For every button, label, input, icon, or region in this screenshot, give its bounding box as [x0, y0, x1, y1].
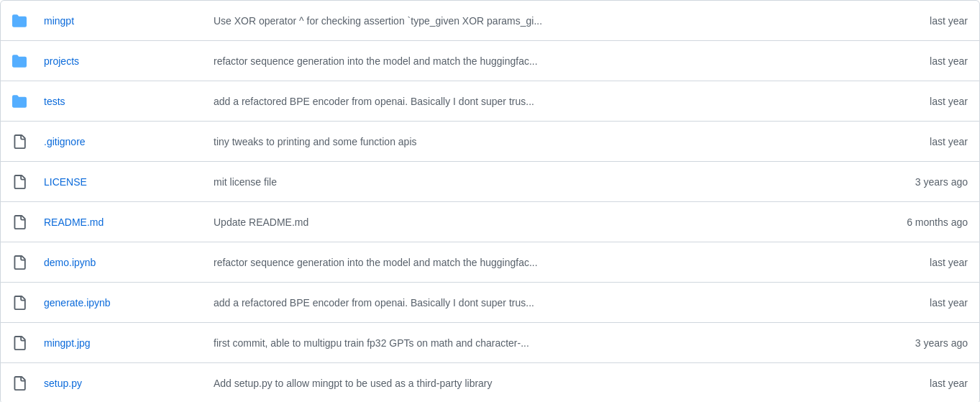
file-name[interactable]: setup.py — [44, 378, 202, 389]
file-name[interactable]: README.md — [44, 216, 202, 228]
commit-message: tiny tweaks to printing and some functio… — [202, 136, 860, 147]
table-row: mingptUse XOR operator ^ for checking as… — [1, 1, 979, 41]
commit-message: mit license file — [202, 176, 860, 188]
file-icon — [12, 255, 44, 270]
file-icon — [12, 175, 44, 189]
table-row: mingpt.jpgfirst commit, able to multigpu… — [1, 323, 979, 363]
table-row: projectsrefactor sequence generation int… — [1, 41, 979, 81]
commit-message: add a refactored BPE encoder from openai… — [202, 96, 860, 107]
commit-date: last year — [860, 378, 968, 389]
commit-date: last year — [860, 136, 968, 147]
table-row: .gitignoretiny tweaks to printing and so… — [1, 122, 979, 162]
commit-message[interactable]: Update README.md — [202, 216, 860, 228]
table-row: demo.ipynbrefactor sequence generation i… — [1, 242, 979, 283]
file-name[interactable]: projects — [44, 55, 202, 67]
file-name[interactable]: tests — [44, 96, 202, 107]
file-name[interactable]: demo.ipynb — [44, 257, 202, 268]
file-icon — [12, 215, 44, 229]
table-row: README.mdUpdate README.md6 months ago — [1, 202, 979, 242]
file-icon — [12, 376, 44, 390]
file-name[interactable]: LICENSE — [44, 176, 202, 188]
file-name[interactable]: mingpt.jpg — [44, 337, 202, 349]
commit-date: last year — [860, 297, 968, 309]
file-icon — [12, 296, 44, 310]
commit-message: first commit, able to multigpu train fp3… — [202, 337, 860, 349]
file-icon — [12, 134, 44, 149]
commit-message: refactor sequence generation into the mo… — [202, 257, 860, 268]
folder-icon — [12, 54, 44, 68]
table-row: generate.ipynbadd a refactored BPE encod… — [1, 283, 979, 323]
commit-date: last year — [860, 257, 968, 268]
commit-message: refactor sequence generation into the mo… — [202, 55, 860, 67]
folder-icon — [12, 94, 44, 109]
file-name[interactable]: generate.ipynb — [44, 297, 202, 309]
commit-date: 6 months ago — [860, 216, 968, 228]
file-table: mingptUse XOR operator ^ for checking as… — [0, 0, 980, 402]
commit-date: last year — [860, 15, 968, 27]
commit-date: last year — [860, 96, 968, 107]
table-row: setup.pyAdd setup.py to allow mingpt to … — [1, 363, 979, 402]
commit-date: 3 years ago — [860, 176, 968, 188]
file-name[interactable]: mingpt — [44, 15, 202, 27]
table-row: testsadd a refactored BPE encoder from o… — [1, 81, 979, 122]
commit-date: 3 years ago — [860, 337, 968, 349]
file-icon — [12, 336, 44, 350]
commit-message: Use XOR operator ^ for checking assertio… — [202, 15, 860, 27]
commit-date: last year — [860, 55, 968, 67]
folder-icon — [12, 14, 44, 28]
commit-message: add a refactored BPE encoder from openai… — [202, 297, 860, 309]
commit-message: Add setup.py to allow mingpt to be used … — [202, 378, 860, 389]
table-row: LICENSEmit license file3 years ago — [1, 162, 979, 202]
file-name[interactable]: .gitignore — [44, 136, 202, 147]
